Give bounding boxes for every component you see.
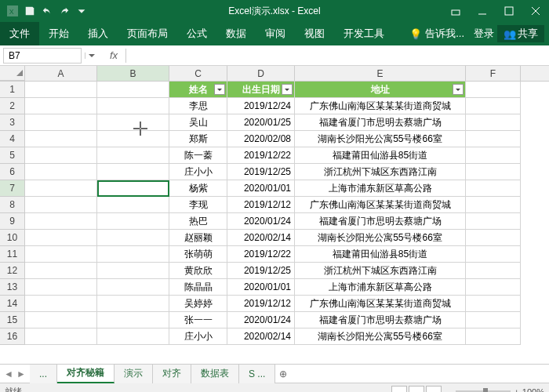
sheet-tab[interactable]: 数据表 <box>191 365 239 383</box>
cell[interactable]: 广东佛山南海区某某某街道商贸城 <box>295 98 466 114</box>
col-header-d[interactable]: D <box>227 66 295 81</box>
sheet-tab[interactable]: 对齐 <box>153 365 191 383</box>
col-header-c[interactable]: C <box>169 66 227 81</box>
cell[interactable]: 广东佛山南海区某某某街道商贸城 <box>295 296 466 312</box>
cell[interactable]: 2019/12/25 <box>227 164 295 180</box>
cell[interactable]: 2020/01/25 <box>227 114 295 131</box>
cell[interactable]: 福建省厦门市思明去蔡塘广场 <box>295 114 466 131</box>
cell[interactable] <box>25 131 97 147</box>
cell[interactable]: 2020/01/01 <box>227 180 295 197</box>
cell[interactable] <box>466 263 521 279</box>
row-header[interactable]: 11 <box>0 246 25 263</box>
cell[interactable]: 浙江杭州下城区东西路江南 <box>295 164 466 180</box>
zoom-out-icon[interactable]: − <box>448 387 453 393</box>
tab-developer[interactable]: 开发工具 <box>334 22 394 45</box>
close-icon[interactable] <box>522 0 549 22</box>
cell[interactable] <box>466 131 521 147</box>
filter-dropdown-icon[interactable] <box>282 84 293 95</box>
row-header[interactable]: 14 <box>0 296 25 312</box>
cell[interactable] <box>466 296 521 312</box>
cell[interactable]: 陈一蓁 <box>169 147 227 164</box>
cell[interactable] <box>25 180 97 197</box>
col-header-e[interactable]: E <box>295 66 466 81</box>
sheet-tab[interactable]: 演示 <box>115 365 153 383</box>
name-box[interactable] <box>3 48 82 64</box>
cell[interactable] <box>25 263 97 279</box>
cell[interactable]: 福建省厦门市思明去蔡塘广场 <box>295 213 466 230</box>
tab-home[interactable]: 开始 <box>39 22 78 45</box>
row-header[interactable]: 12 <box>0 263 25 279</box>
cell[interactable] <box>466 114 521 131</box>
fx-icon[interactable]: fx <box>105 49 122 61</box>
cells-area[interactable]: 姓名出生日期地址李思2019/12/24广东佛山南海区某某某街道商贸城吴山202… <box>25 82 549 345</box>
tab-data[interactable]: 数据 <box>216 22 256 45</box>
row-header[interactable]: 4 <box>0 131 25 147</box>
row-header[interactable]: 15 <box>0 312 25 328</box>
cell[interactable]: 张萌萌 <box>169 246 227 263</box>
cell[interactable]: 福建省厦门市思明去蔡塘广场 <box>295 312 466 328</box>
row-header[interactable]: 16 <box>0 328 25 345</box>
tab-insert[interactable]: 插入 <box>78 22 118 45</box>
cell[interactable] <box>25 164 97 180</box>
cell[interactable]: 2019/12/22 <box>227 147 295 164</box>
sheet-nav[interactable]: ◄► <box>0 368 30 379</box>
login-button[interactable]: 登录 <box>474 27 494 41</box>
cell[interactable] <box>97 263 169 279</box>
cell[interactable]: 2019/12/12 <box>227 197 295 213</box>
view-break-icon[interactable] <box>426 386 442 393</box>
cell[interactable]: 湖南长沙阳光公寓55号楼66室 <box>295 328 466 345</box>
cell[interactable] <box>466 82 521 98</box>
cell[interactable] <box>97 213 169 230</box>
add-sheet-button[interactable]: ⊕ <box>275 368 291 379</box>
row-header[interactable]: 1 <box>0 82 25 98</box>
cell[interactable] <box>466 328 521 345</box>
cell[interactable] <box>466 213 521 230</box>
row-header[interactable]: 7 <box>0 180 25 197</box>
cell[interactable]: 郑斯 <box>169 131 227 147</box>
cell[interactable] <box>466 246 521 263</box>
cell[interactable] <box>25 213 97 230</box>
cell[interactable] <box>97 131 169 147</box>
row-header[interactable]: 9 <box>0 213 25 230</box>
tab-file[interactable]: 文件 <box>0 22 39 45</box>
cell[interactable] <box>466 197 521 213</box>
col-header-a[interactable]: A <box>25 66 97 81</box>
cell[interactable] <box>25 114 97 131</box>
row-header[interactable]: 10 <box>0 230 25 246</box>
cell[interactable] <box>97 312 169 328</box>
tab-formula[interactable]: 公式 <box>177 22 216 45</box>
cell[interactable]: 张一一 <box>169 312 227 328</box>
cell[interactable]: 2019/12/24 <box>227 98 295 114</box>
cell[interactable] <box>466 147 521 164</box>
cell[interactable] <box>25 296 97 312</box>
cell[interactable]: 李思 <box>169 98 227 114</box>
cell[interactable] <box>97 180 169 197</box>
filter-dropdown-icon[interactable] <box>214 84 225 95</box>
cell[interactable]: 福建莆田仙游县85街道 <box>295 246 466 263</box>
row-header[interactable]: 3 <box>0 114 25 131</box>
row-header[interactable]: 2 <box>0 98 25 114</box>
cell[interactable]: 黄欣欣 <box>169 263 227 279</box>
cell[interactable]: 湖南长沙阳光公寓55号楼66室 <box>295 230 466 246</box>
undo-icon[interactable] <box>39 3 55 19</box>
cell[interactable]: 2020/02/14 <box>227 328 295 345</box>
cell[interactable]: 上海市浦东新区草高公路 <box>295 279 466 296</box>
cell[interactable] <box>97 328 169 345</box>
select-all-corner[interactable] <box>0 66 25 81</box>
tab-layout[interactable]: 页面布局 <box>118 22 177 45</box>
cell[interactable]: 2019/12/22 <box>227 246 295 263</box>
cell[interactable] <box>97 246 169 263</box>
cell[interactable] <box>466 164 521 180</box>
cell[interactable] <box>25 312 97 328</box>
cell[interactable]: 2020/01/01 <box>227 279 295 296</box>
zoom-level[interactable]: 100% <box>522 387 544 393</box>
name-box-dropdown-icon[interactable] <box>85 53 97 59</box>
maximize-icon[interactable] <box>496 0 522 22</box>
cell[interactable] <box>25 328 97 345</box>
cell[interactable] <box>97 147 169 164</box>
cell[interactable]: 地址 <box>295 82 466 98</box>
cell[interactable]: 2019/12/25 <box>227 263 295 279</box>
cell[interactable]: 2020/01/24 <box>227 312 295 328</box>
sheet-tab-active[interactable]: 对齐秘籍 <box>57 365 115 383</box>
cell[interactable] <box>97 279 169 296</box>
